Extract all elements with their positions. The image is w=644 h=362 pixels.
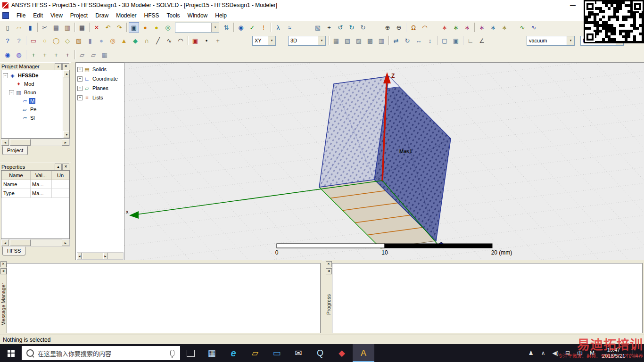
vertical-scrollbar[interactable]: ▲ ▼ — [63, 70, 69, 138]
menu-edit[interactable]: Edit — [29, 11, 47, 20]
view-orientation-combo[interactable]: 3D▾ — [288, 36, 326, 46]
select-edge-icon[interactable]: ● — [151, 22, 162, 33]
boundary-display-icon[interactable]: ∗ — [439, 22, 450, 33]
scroll-left-icon[interactable]: ◄ — [1, 239, 9, 246]
draw-region-icon[interactable]: ▣ — [190, 35, 200, 46]
draw-polyhedron-icon[interactable]: ◆ — [130, 35, 140, 46]
cs-create-icon[interactable]: + — [28, 49, 39, 60]
tree-expander-icon[interactable]: + — [77, 76, 83, 82]
taskbar-display-icon[interactable]: ▭ — [266, 344, 288, 362]
draw-cylinder-icon[interactable]: ▮ — [85, 35, 95, 46]
draw-line-icon[interactable]: ╱ — [153, 35, 163, 46]
draw-point-icon[interactable]: • — [201, 35, 212, 46]
taskbar-mail-icon[interactable]: ✉ — [288, 344, 309, 362]
taskbar-ansys-icon[interactable]: A — [353, 344, 374, 362]
scrollbar-thumb[interactable] — [10, 139, 31, 146]
tray-user-icon[interactable]: ♟ — [525, 350, 537, 356]
menu-file[interactable]: File — [13, 11, 29, 20]
copy-image-icon[interactable]: ▧ — [313, 22, 323, 33]
collapse-panel-button[interactable]: ◄ — [0, 268, 7, 274]
tray-chevron-up-icon[interactable]: ∧ — [537, 350, 549, 356]
menu-view[interactable]: View — [47, 11, 66, 20]
model-tree-item-planes[interactable]: +▱Planes — [76, 83, 124, 93]
draw-polygon-icon[interactable]: ◇ — [62, 35, 73, 46]
taskbar-calculator-icon[interactable]: ▦ — [201, 344, 223, 362]
draw-bondwire-icon[interactable]: ∩ — [141, 35, 152, 46]
new-file-icon[interactable]: ▯ — [2, 22, 13, 33]
pin-panel-button[interactable]: ▴ — [55, 164, 62, 171]
menu-draw[interactable]: Draw — [91, 11, 112, 20]
taskbar-clock[interactable]: 19:47 2018/5/21 — [602, 347, 625, 359]
model-tree-item-lists[interactable]: +≡Lists — [76, 93, 124, 102]
optimetrics-icon[interactable]: λ — [273, 22, 283, 33]
action-center-button[interactable] — [629, 344, 644, 362]
tree-expander-icon[interactable]: − — [9, 90, 14, 95]
omega-icon[interactable]: Ω — [408, 22, 419, 33]
taskbar-qq-icon[interactable]: Q — [309, 344, 331, 362]
scroll-left-icon[interactable]: ◄ — [77, 253, 82, 259]
tree-expander-icon[interactable]: + — [77, 86, 83, 91]
pin-panel-button[interactable]: ▴ — [55, 63, 62, 70]
menu-modeler[interactable]: Modeler — [112, 11, 140, 20]
draw-spline-icon[interactable]: ∿ — [164, 35, 174, 46]
rotate-axis-icon[interactable]: ↻ — [358, 22, 368, 33]
redo-icon[interactable]: ↷ — [114, 22, 124, 33]
cs-axis-icon[interactable]: + — [62, 49, 73, 60]
tree-item-pe[interactable]: ▱Pe — [1, 105, 63, 114]
arrange-mirror-icon[interactable]: ↔ — [413, 35, 424, 46]
menu-help[interactable]: Help — [211, 11, 231, 20]
model-tree-item-solids[interactable]: +▤Solids — [76, 65, 124, 74]
tray-network-icon[interactable]: ⊟ — [561, 350, 574, 356]
select-vertex-icon[interactable]: ◎ — [163, 22, 173, 33]
close-panel-button[interactable]: ✕ — [62, 164, 69, 171]
zoom-out-icon[interactable]: ⊖ — [394, 22, 404, 33]
modeler-3d-viewport[interactable]: Mas1 x Z — [124, 62, 644, 261]
drawing-plane-combo[interactable]: XY▾ — [252, 36, 276, 46]
menu-window[interactable]: Window — [184, 11, 212, 20]
save-icon[interactable]: ▮ — [25, 22, 35, 33]
field-overlay-icon[interactable]: ∗ — [477, 22, 487, 33]
model-tree-item-coordinate[interactable]: +∟Coordinate — [76, 74, 124, 83]
dropdown-arrow-icon[interactable]: ▾ — [567, 36, 574, 45]
lumped-port-icon[interactable]: ∿ — [528, 22, 539, 33]
draw-arc-icon[interactable]: ◠ — [175, 35, 186, 46]
copy-icon[interactable]: ▤ — [51, 22, 61, 33]
validate-icon[interactable]: ◉ — [236, 22, 246, 33]
tree-expander-icon[interactable]: + — [77, 67, 83, 72]
close-panel-button[interactable]: ✕ — [62, 63, 69, 70]
arrange-move-icon[interactable]: ⇄ — [391, 35, 401, 46]
tree-item-hfssde[interactable]: −◈HFSSDe — [1, 71, 63, 80]
taskbar-edge-icon[interactable]: e — [223, 344, 244, 362]
boolean-unite-icon[interactable]: ▦ — [331, 35, 341, 46]
horizontal-scrollbar[interactable]: ◄ ► — [1, 239, 70, 247]
tree-item-boun[interactable]: −▥Boun — [1, 88, 63, 97]
close-panel-button[interactable]: ✕ — [326, 261, 332, 267]
cs-object-icon[interactable]: + — [51, 49, 61, 60]
boolean-subtract-icon[interactable]: ▧ — [342, 35, 353, 46]
print-icon[interactable]: ▦ — [77, 22, 87, 33]
draw-circle-icon[interactable]: ○ — [40, 35, 50, 46]
arrange-rotate-icon[interactable]: ↻ — [402, 35, 413, 46]
excitation-display-icon[interactable]: ∗ — [451, 22, 461, 33]
help-icon[interactable]: ? — [2, 35, 13, 46]
dropdown-arrow-icon[interactable]: ▾ — [268, 36, 275, 45]
rotate-view-icon[interactable]: ↺ — [335, 22, 346, 33]
menu-project[interactable]: Project — [66, 11, 91, 20]
wave-port-icon[interactable]: ∿ — [517, 22, 528, 33]
undo-icon[interactable]: ↶ — [103, 22, 113, 33]
scroll-left-icon[interactable]: ◄ — [1, 139, 9, 146]
task-view-button[interactable] — [180, 344, 201, 362]
start-button[interactable] — [0, 344, 22, 362]
boolean-split-icon[interactable]: ▩ — [365, 35, 375, 46]
tree-item-m[interactable]: ▱M — [1, 97, 63, 105]
collapse-panel-button[interactable]: ◄ — [326, 268, 332, 274]
results-icon[interactable]: ≈ — [284, 22, 295, 33]
cut-icon[interactable]: ✂ — [40, 22, 50, 33]
draw-box-icon[interactable]: ▧ — [74, 35, 84, 46]
taskbar-media-icon[interactable]: ◆ — [331, 344, 353, 362]
grid-xz-icon[interactable]: ▦ — [99, 49, 110, 60]
draw-sphere-icon[interactable]: ● — [96, 35, 107, 46]
analyze-all-icon[interactable]: ! — [258, 22, 269, 33]
boolean-connect-icon[interactable]: ▥ — [376, 35, 387, 46]
grid-yz-icon[interactable]: ▱ — [88, 49, 99, 60]
